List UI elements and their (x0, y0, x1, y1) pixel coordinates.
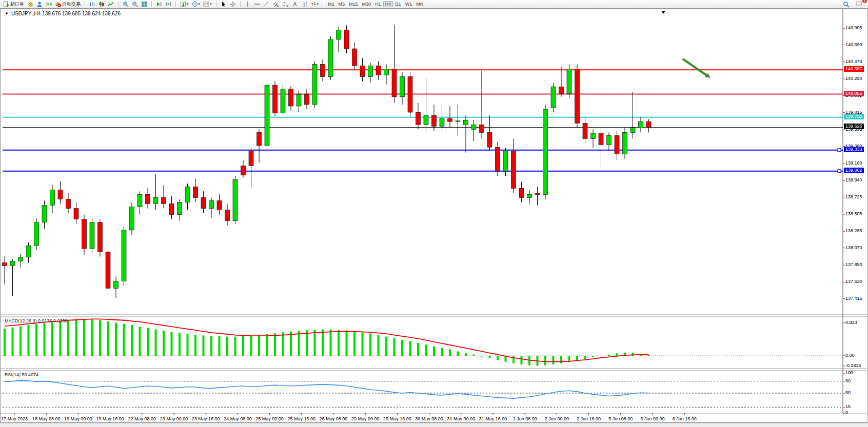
timeframe-H4[interactable]: H4 (383, 1, 393, 7)
timeframe-D1[interactable]: D1 (393, 1, 403, 7)
time-axis-label: 1 Jun 08:00 (513, 416, 537, 421)
search-button[interactable] (841, 1, 851, 8)
chart-shift-icon (165, 1, 171, 7)
current-price-badge: 139.626 (844, 124, 864, 129)
time-axis-label: 25 May 16:00 (288, 416, 316, 421)
profile-button[interactable] (35, 1, 44, 8)
macd-axis-label: 0.823 (845, 320, 857, 325)
time-axis-label: 25 May 00:00 (255, 416, 284, 421)
crosshair-tool-button[interactable] (228, 1, 238, 8)
time-axis-label: 29 May 00:00 (351, 416, 380, 421)
price-level-badge: 139.333 (844, 147, 864, 152)
templates-button[interactable]: ▾ (202, 1, 213, 8)
channel-icon: E (272, 1, 279, 7)
price-axis-tick: 138.725 (845, 194, 862, 199)
indicators-button[interactable]: ▾ (179, 1, 190, 8)
price-level-badge: 140.367 (844, 66, 864, 72)
price-axis-tick: 138.940 (845, 177, 862, 182)
arrows-icon (310, 1, 317, 7)
timeframe-H1[interactable]: H1 (373, 1, 383, 7)
price-axis-tick: 140.690 (845, 42, 862, 47)
rsi-axis-label: 15 (845, 404, 851, 409)
periods-icon (192, 1, 198, 7)
periods-button[interactable]: ▾ (190, 1, 202, 8)
rsi-axis-label: 50 (845, 390, 851, 395)
line-handle[interactable] (838, 149, 841, 152)
price-level-badge: 139.062 (844, 168, 864, 173)
time-axis-label: 23 May 16:00 (192, 416, 220, 421)
timeframe-MN[interactable]: MN (414, 1, 425, 7)
chat-button[interactable]: 1 (854, 1, 864, 8)
line-chart-button[interactable] (106, 1, 115, 8)
line-handle[interactable] (838, 170, 841, 173)
chart-title: ▼ USDJPY-,H4 139.676 139.685 139.624 139… (5, 11, 121, 16)
price-axis-tick: 139.160 (845, 160, 862, 166)
timeframe-M15[interactable]: M15 (347, 1, 360, 7)
svg-text:T: T (303, 2, 305, 7)
time-axis-label: 6 Jun 16:00 (673, 416, 697, 421)
price-axis-tick: 138.285 (845, 228, 862, 233)
timeframe-M5[interactable]: M5 (337, 1, 347, 7)
new-order-label: 新订单 (10, 1, 24, 8)
time-axis-label: 19 May 16:00 (96, 416, 124, 421)
timeframe-M1[interactable]: M1 (326, 1, 337, 7)
time-axis-label: 31 May 00:00 (447, 416, 476, 421)
price-axis-tick: 140.470 (845, 59, 862, 64)
crosshair-icon (230, 1, 236, 7)
svg-text:F: F (287, 5, 288, 8)
horizontal-line-tool[interactable] (252, 1, 262, 8)
text-label-tool[interactable]: T (300, 1, 309, 8)
text-tool[interactable]: A (290, 1, 300, 8)
rsi-label: RSI(14) 50.4074 (5, 372, 38, 377)
new-order-icon (3, 1, 9, 7)
fibonacci-icon: F (282, 1, 289, 7)
indicators-icon (180, 1, 186, 7)
chart-window[interactable]: ▼ USDJPY-,H4 139.676 139.685 139.624 139… (0, 8, 867, 423)
templates-icon (203, 1, 209, 7)
price-axis-tick: 138.505 (845, 211, 862, 216)
line-chart-icon (108, 1, 114, 7)
price-axis-tick: 138.070 (845, 245, 862, 250)
signal-icon (46, 1, 52, 7)
chat-icon (856, 1, 862, 7)
arrows-tool[interactable]: ▾ (309, 1, 321, 8)
time-axis-label: 29 May 16:00 (383, 416, 411, 421)
auto-scroll-button[interactable] (154, 1, 164, 8)
new-order-button[interactable]: 新订单 (2, 1, 26, 8)
macd-axis-label: 0.00 (845, 353, 855, 358)
vertical-line-icon (245, 1, 251, 7)
vertical-line-tool[interactable] (243, 1, 252, 8)
trendline-tool[interactable] (262, 1, 271, 8)
cursor-tool-button[interactable] (219, 1, 228, 8)
chart-title-dropdown-icon[interactable]: ▼ (5, 11, 9, 16)
candlestick-button[interactable] (97, 1, 106, 8)
timeframe-M30[interactable]: M30 (360, 1, 373, 7)
text-icon: A (292, 1, 298, 7)
autotrade-icon (55, 1, 61, 7)
paint-bucket-button[interactable] (26, 1, 35, 8)
bar-chart-button[interactable] (88, 1, 97, 8)
candlestick-icon (98, 1, 105, 7)
bar-chart-icon (89, 1, 95, 7)
horizontal-line-icon (254, 1, 260, 7)
svg-text:E: E (277, 5, 279, 8)
search-icon (843, 1, 850, 8)
main-toolbar: 新订单 自动交易 ▾ ▾ ▾ (0, 0, 868, 9)
zoom-in-button[interactable] (121, 1, 130, 8)
price-axis-tick: 137.630 (845, 279, 862, 284)
tile-windows-button[interactable] (140, 1, 149, 8)
chart-title-text: USDJPY-,H4 139.676 139.685 139.624 139.6… (11, 11, 121, 16)
price-level-badge: 140.055 (844, 91, 864, 96)
fibonacci-tool[interactable]: F (281, 1, 290, 8)
timeframe-W1[interactable]: W1 (403, 1, 415, 7)
macd-axis-label: -0.2826 (845, 363, 861, 368)
autotrade-button[interactable]: 自动交易 (53, 1, 82, 8)
chart-shift-button[interactable] (164, 1, 173, 8)
rsi-axis-label: 100 (845, 370, 853, 375)
zoom-out-button[interactable] (130, 1, 140, 8)
signal-button[interactable] (44, 1, 53, 8)
channel-tool[interactable]: E (271, 1, 281, 8)
trendline-icon (263, 1, 269, 7)
price-chart-canvas[interactable] (1, 9, 867, 422)
price-axis-tick: 137.850 (845, 262, 862, 267)
